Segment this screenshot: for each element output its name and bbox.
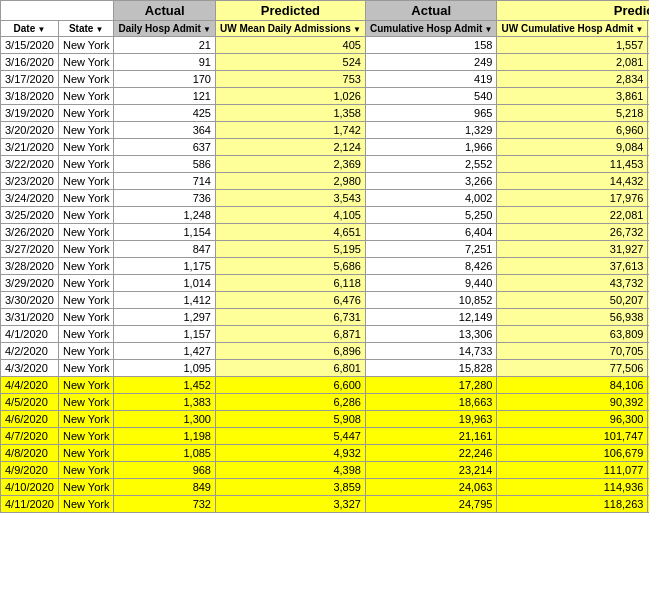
uw-cumulative-header[interactable]: UW Cumulative Hosp Admit: [497, 21, 648, 37]
table-cell: New York: [58, 190, 113, 207]
table-cell: 13,306: [365, 326, 497, 343]
table-row: 3/26/2020New York1,1544,6516,40426,73225…: [1, 224, 650, 241]
table-cell: 540: [365, 88, 497, 105]
table-cell: 1,412: [114, 292, 216, 309]
table-cell: New York: [58, 428, 113, 445]
table-row: 4/6/2020New York1,3005,90819,96396,30074…: [1, 411, 650, 428]
table-row: 3/31/2020New York1,2976,73112,14956,9385…: [1, 309, 650, 326]
table-cell: 3/28/2020: [1, 258, 59, 275]
table-cell: 18,663: [365, 394, 497, 411]
table-cell: 5,250: [365, 207, 497, 224]
table-cell: 114,936: [497, 479, 648, 496]
table-row: 3/29/2020New York1,0146,1189,44043,73240…: [1, 275, 650, 292]
table-cell: 6,118: [215, 275, 365, 292]
table-row: 4/10/2020New York8493,85924,063114,93671…: [1, 479, 650, 496]
table-cell: New York: [58, 258, 113, 275]
uw-mean-daily-header[interactable]: UW Mean Daily Admissions: [215, 21, 365, 37]
table-cell: 2,081: [497, 54, 648, 71]
table-cell: 3/21/2020: [1, 139, 59, 156]
table-cell: 968: [114, 462, 216, 479]
table-cell: New York: [58, 156, 113, 173]
table-row: 3/15/2020New York214051581,5571,557: [1, 37, 650, 54]
table-cell: 3,859: [215, 479, 365, 496]
table-cell: 19,963: [365, 411, 497, 428]
table-cell: 965: [365, 105, 497, 122]
table-cell: 4/1/2020: [1, 326, 59, 343]
table-cell: 1,175: [114, 258, 216, 275]
table-cell: 1,329: [365, 122, 497, 139]
table-cell: 3/22/2020: [1, 156, 59, 173]
table-cell: 4/11/2020: [1, 496, 59, 513]
state-header[interactable]: State: [58, 21, 113, 37]
table-cell: 249: [365, 54, 497, 71]
table-cell: 3/17/2020: [1, 71, 59, 88]
date-header[interactable]: Date: [1, 21, 59, 37]
table-cell: 22,246: [365, 445, 497, 462]
table-cell: 11,453: [497, 156, 648, 173]
table-cell: 847: [114, 241, 216, 258]
table-cell: 90,392: [497, 394, 648, 411]
table-row: 3/25/2020New York1,2484,1055,25022,08121…: [1, 207, 650, 224]
cumulative-hosp-admit-header[interactable]: Cumulative Hosp Admit: [365, 21, 497, 37]
table-cell: 2,834: [497, 71, 648, 88]
table-row: 3/19/2020New York4251,3589655,2185,172: [1, 105, 650, 122]
table-cell: 4,398: [215, 462, 365, 479]
table-cell: New York: [58, 462, 113, 479]
table-row: 3/28/2020New York1,1755,6868,42637,61335…: [1, 258, 650, 275]
table-cell: 6,600: [215, 377, 365, 394]
table-cell: 37,613: [497, 258, 648, 275]
table-cell: New York: [58, 292, 113, 309]
table-cell: 106,679: [497, 445, 648, 462]
data-table: Actual Predicted Actual Predicted Date S…: [0, 0, 649, 513]
table-cell: 1,383: [114, 394, 216, 411]
table-cell: 3/15/2020: [1, 37, 59, 54]
table-cell: New York: [58, 37, 113, 54]
table-cell: 3/23/2020: [1, 173, 59, 190]
table-row: 3/17/2020New York1707534192,8342,828: [1, 71, 650, 88]
table-cell: 4/7/2020: [1, 428, 59, 445]
table-row: 3/21/2020New York6372,1241,9669,0848,933: [1, 139, 650, 156]
table-cell: 24,795: [365, 496, 497, 513]
table-cell: 4/8/2020: [1, 445, 59, 462]
table-cell: 1,014: [114, 275, 216, 292]
table-cell: 4/10/2020: [1, 479, 59, 496]
table-cell: 3,543: [215, 190, 365, 207]
table-cell: 63,809: [497, 326, 648, 343]
table-cell: 3,327: [215, 496, 365, 513]
table-row: 4/8/2020New York1,0854,93222,246106,6797…: [1, 445, 650, 462]
table-cell: 15,828: [365, 360, 497, 377]
table-cell: 1,358: [215, 105, 365, 122]
table-cell: 170: [114, 71, 216, 88]
table-cell: New York: [58, 411, 113, 428]
table-cell: New York: [58, 207, 113, 224]
table-cell: 3/25/2020: [1, 207, 59, 224]
daily-hosp-admit-header[interactable]: Daily Hosp Admit: [114, 21, 216, 37]
table-cell: 26,732: [497, 224, 648, 241]
table-cell: 4/9/2020: [1, 462, 59, 479]
table-row: 3/30/2020New York1,4126,47610,85250,2074…: [1, 292, 650, 309]
table-cell: 21,161: [365, 428, 497, 445]
table-row: 4/2/2020New York1,4276,89614,73370,70561…: [1, 343, 650, 360]
table-cell: 6,801: [215, 360, 365, 377]
table-cell: 6,871: [215, 326, 365, 343]
table-cell: 1,085: [114, 445, 216, 462]
table-row: 4/3/2020New York1,0956,80115,82877,50666…: [1, 360, 650, 377]
table-cell: 732: [114, 496, 216, 513]
table-cell: New York: [58, 224, 113, 241]
table-cell: 2,369: [215, 156, 365, 173]
table-cell: 637: [114, 139, 216, 156]
table-cell: 3,861: [497, 88, 648, 105]
table-cell: 1,297: [114, 309, 216, 326]
table-row: 4/11/2020New York7323,32724,795118,26368…: [1, 496, 650, 513]
table-cell: 3/31/2020: [1, 309, 59, 326]
table-cell: New York: [58, 105, 113, 122]
table-cell: 4/6/2020: [1, 411, 59, 428]
table-cell: 31,927: [497, 241, 648, 258]
table-cell: 101,747: [497, 428, 648, 445]
table-cell: 118,263: [497, 496, 648, 513]
table-cell: 4,932: [215, 445, 365, 462]
table-cell: 5,908: [215, 411, 365, 428]
table-cell: New York: [58, 309, 113, 326]
table-cell: 4/4/2020: [1, 377, 59, 394]
table-row: 3/16/2020New York915242492,0812,076: [1, 54, 650, 71]
